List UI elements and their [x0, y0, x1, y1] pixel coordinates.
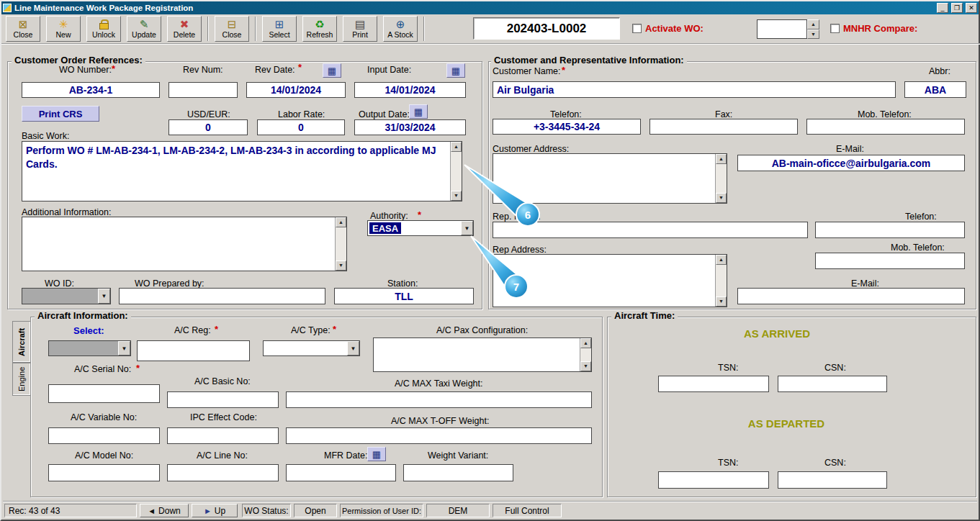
weight-variant-field[interactable] [403, 464, 513, 481]
customer-address-textarea[interactable]: ▲ ▼ [493, 153, 727, 204]
mob-telefon-field[interactable] [806, 119, 965, 135]
arrived-csn-field[interactable] [778, 376, 887, 392]
aircraft-select-dropdown[interactable]: ▼ [48, 340, 131, 356]
ac-variable-label: A/C Variable No: [71, 412, 137, 422]
scroll-up-icon[interactable]: ▲ [336, 217, 346, 227]
ac-variable-field[interactable] [48, 427, 160, 444]
basic-work-scrollbar[interactable]: ▲ ▼ [450, 142, 462, 201]
departed-tsn-field[interactable] [658, 471, 769, 489]
toolbar-astock-button[interactable]: ⊕ A Stock [383, 16, 418, 42]
toolbar-print-button[interactable]: ▤ Print [343, 16, 377, 42]
maximize-button[interactable]: ❐ [951, 3, 963, 13]
scroll-down-icon[interactable]: ▼ [451, 191, 462, 201]
close-window-button[interactable]: ✕ [966, 3, 977, 13]
ac-basic-field[interactable] [167, 391, 279, 408]
abbr-field[interactable]: ABA [904, 81, 966, 98]
input-date-calendar-button[interactable]: ▦ [446, 63, 465, 78]
record-up-button[interactable]: ► Up [192, 504, 238, 517]
print-crs-button[interactable]: Print CRS [22, 106, 99, 122]
minimize-button[interactable]: _ [937, 3, 948, 13]
scroll-down-icon[interactable]: ▼ [580, 361, 591, 371]
toolbar-close2-button[interactable]: ⊟ Close [215, 16, 249, 42]
rev-num-field[interactable] [168, 82, 238, 98]
activate-wo-checkbox[interactable] [632, 24, 642, 33]
station-field[interactable]: TLL [334, 288, 474, 304]
rep-mob-telefon-field[interactable] [815, 253, 965, 269]
output-date-field[interactable]: 31/03/2024 [354, 119, 466, 135]
ac-model-label: A/C Model No: [75, 450, 133, 461]
ac-max-toff-label: A/C MAX T-OFF Weight: [391, 416, 489, 426]
customer-name-required-marker: * [562, 65, 565, 76]
spinner-down-icon[interactable]: ▼ [807, 30, 819, 40]
scroll-down-icon[interactable]: ▼ [336, 260, 346, 271]
email-field[interactable]: AB-main-oficce@airbulgaria.com [737, 155, 965, 171]
customer-name-field[interactable]: Air Bulgaria [493, 81, 896, 98]
chevron-down-icon[interactable]: ▼ [118, 341, 130, 355]
status-bar: Rec: 43 of 43 ◄ Down ► Up WO Status: Ope… [3, 502, 977, 518]
wo-number-field[interactable]: AB-234-1 [22, 82, 160, 98]
chevron-down-icon[interactable]: ▼ [98, 289, 110, 304]
scroll-up-icon[interactable]: ▲ [716, 154, 727, 164]
record-down-button[interactable]: ◄ Down [140, 504, 189, 517]
additional-info-scrollbar[interactable]: ▲ ▼ [335, 217, 346, 271]
chevron-down-icon[interactable]: ▼ [347, 341, 359, 355]
fax-field[interactable] [649, 119, 798, 135]
ac-max-taxi-field[interactable] [286, 391, 592, 408]
spinner-up-icon[interactable]: ▲ [807, 19, 819, 30]
scroll-down-icon[interactable]: ▼ [716, 193, 727, 203]
ac-max-toff-field[interactable] [286, 427, 592, 444]
wo-id-dropdown[interactable]: ▼ [22, 288, 111, 304]
rev-date-calendar-button[interactable]: ▦ [323, 63, 341, 78]
labor-rate-field[interactable]: 0 [257, 119, 345, 135]
toolbar-delete-button[interactable]: ✖ Delete [167, 16, 202, 42]
ac-serial-field[interactable] [48, 384, 160, 403]
toolbar-refresh-button[interactable]: ♻ Refresh [302, 16, 337, 42]
rep-address-scrollbar[interactable]: ▲ ▼ [715, 255, 727, 307]
toolbar-new-button[interactable]: ✳ New [46, 16, 81, 42]
authority-dropdown[interactable]: EASA ▼ [367, 220, 474, 236]
activate-wo-input[interactable] [757, 19, 807, 39]
customer-address-scrollbar[interactable]: ▲ ▼ [715, 154, 727, 203]
chevron-down-icon[interactable]: ▼ [461, 221, 473, 235]
scroll-up-icon[interactable]: ▲ [580, 338, 591, 348]
wo-prepared-by-field[interactable] [119, 288, 325, 304]
basic-work-textarea[interactable]: Perform WO # LM-AB-234-1, LM-AB-234-2, L… [22, 141, 462, 201]
usd-eur-field[interactable]: 0 [168, 119, 248, 135]
mfr-date-field[interactable] [286, 464, 396, 481]
telefon-label: Telefon: [550, 109, 582, 119]
rep-name-field[interactable] [493, 222, 808, 238]
ac-type-dropdown[interactable]: ▼ [263, 340, 360, 356]
scroll-up-icon[interactable]: ▲ [451, 142, 462, 152]
output-date-calendar-button[interactable]: ▦ [409, 104, 428, 119]
mfr-date-calendar-button[interactable]: ▦ [367, 447, 386, 461]
tab-engine[interactable]: Engine [12, 363, 31, 396]
telefon-field[interactable]: +3-3445-34-24 [493, 119, 641, 135]
ipc-effect-field[interactable] [167, 427, 279, 444]
ac-reg-field[interactable] [137, 340, 250, 361]
additional-info-textarea[interactable]: ▲ ▼ [22, 217, 347, 271]
toolbar-update-button[interactable]: ✎ Update [127, 16, 161, 42]
ac-pax-scrollbar[interactable]: ▲ ▼ [580, 338, 591, 371]
rep-telefon-field[interactable] [815, 222, 965, 238]
scroll-down-icon[interactable]: ▼ [716, 296, 727, 307]
scroll-up-icon[interactable]: ▲ [716, 255, 727, 265]
tab-aircraft[interactable]: Aircraft [12, 321, 31, 363]
ac-type-required-marker: * [333, 324, 336, 335]
ac-pax-textarea[interactable]: ▲ ▼ [373, 337, 592, 372]
toolbar-close-button[interactable]: ⊠ Close [6, 16, 40, 42]
toolbar-unlock-button[interactable]: Unlock [86, 16, 121, 42]
rep-address-textarea[interactable]: ▲ ▼ [493, 254, 727, 307]
departed-csn-field[interactable] [778, 471, 887, 489]
calendar-icon: ▦ [328, 65, 336, 76]
input-date-field[interactable]: 14/01/2024 [354, 82, 466, 98]
rep-email-field[interactable] [737, 288, 965, 304]
toolbar-select-button[interactable]: ⊞ Select [262, 16, 297, 42]
mnhr-compare-checkbox[interactable] [830, 24, 840, 33]
mob-telefon-label: Mob. Telefon: [858, 109, 912, 119]
rev-date-field[interactable]: 14/01/2024 [246, 82, 346, 98]
aircraft-select-link[interactable]: Select: [73, 325, 104, 336]
ac-model-field[interactable] [48, 464, 160, 481]
activate-wo-spinner: ▲ ▼ [807, 19, 819, 39]
ac-line-field[interactable] [167, 464, 279, 481]
arrived-tsn-field[interactable] [658, 376, 769, 392]
